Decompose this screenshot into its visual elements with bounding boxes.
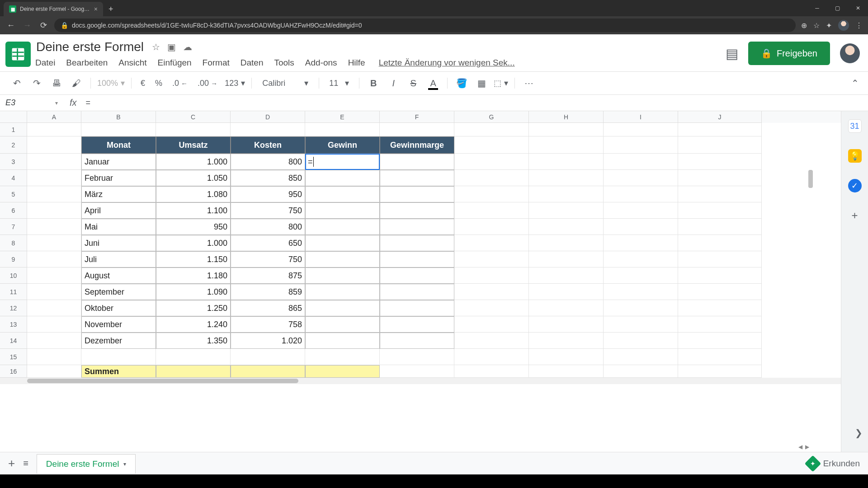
cell[interactable]: Oktober [81,300,156,316]
cell[interactable]: 1.000 [156,235,231,251]
share-button[interactable]: 🔒 Freigeben [748,42,830,65]
cell[interactable] [604,284,678,300]
row-header[interactable]: 11 [0,284,27,300]
cell[interactable] [454,251,529,267]
search-icon[interactable]: ⊕ [801,21,807,30]
cell[interactable] [27,235,81,251]
cell[interactable]: 1.000 [156,154,231,170]
cell[interactable] [529,284,604,300]
last-edit-link[interactable]: Letzte Änderung vor wenigen Sek... [379,58,515,68]
more-tools-button[interactable]: ⋯ [521,75,537,91]
cell[interactable]: Kosten [231,136,305,154]
cell[interactable] [529,267,604,284]
vertical-scrollbar[interactable] [808,170,813,188]
cell[interactable]: März [81,186,156,202]
back-button[interactable]: ← [5,21,16,30]
strikethrough-button[interactable]: S [406,75,421,91]
cell[interactable] [305,123,380,136]
col-header[interactable]: F [380,111,454,123]
font-size-dropdown[interactable]: 11▾ [326,76,353,90]
cell[interactable] [678,170,762,186]
cell[interactable]: 750 [231,251,305,267]
menu-format[interactable]: Format [203,58,230,68]
cell[interactable] [27,365,81,378]
cell[interactable] [678,349,762,365]
menu-data[interactable]: Daten [241,58,264,68]
cell[interactable] [604,316,678,333]
cell[interactable] [678,219,762,235]
cell[interactable] [454,154,529,170]
cell[interactable] [678,136,762,154]
row-header[interactable]: 16 [0,365,27,378]
tab-close-icon[interactable]: × [94,5,98,13]
cell[interactable] [380,202,454,219]
cell[interactable] [380,251,454,267]
fill-color-button[interactable]: 🪣 [454,75,469,91]
cell[interactable] [380,316,454,333]
menu-edit[interactable]: Bearbeiten [66,58,108,68]
star-icon[interactable]: ☆ [813,21,820,30]
cell[interactable] [454,170,529,186]
browser-tab[interactable]: ▦ Deine erste Formel - Google Tab × [4,2,103,16]
row-header[interactable]: 10 [0,267,27,284]
currency-button[interactable]: € [138,79,148,88]
cell[interactable] [27,267,81,284]
paint-format-button[interactable]: 🖌 [69,75,84,91]
borders-button[interactable]: ▦ [474,75,489,91]
cell[interactable]: Januar [81,154,156,170]
zoom-dropdown[interactable]: 100%▾ [97,78,125,88]
cell[interactable]: 865 [231,300,305,316]
cell[interactable] [27,202,81,219]
formula-input[interactable]: = [83,98,868,108]
menu-file[interactable]: Datei [35,58,55,68]
row-header[interactable]: 8 [0,235,27,251]
col-header[interactable]: H [529,111,604,123]
tasks-addon-icon[interactable]: ✓ [848,179,862,192]
cell[interactable] [529,365,604,378]
cell[interactable] [529,170,604,186]
cell[interactable] [27,170,81,186]
cell[interactable]: Umsatz [156,136,231,154]
cell[interactable] [27,123,81,136]
cell[interactable] [604,202,678,219]
col-header[interactable]: I [604,111,678,123]
cell[interactable] [454,316,529,333]
cell[interactable]: Mai [81,219,156,235]
cell[interactable] [305,202,380,219]
number-format-dropdown[interactable]: 123▾ [225,78,245,88]
show-side-panel-icon[interactable]: ❯ [855,427,863,438]
profile-avatar[interactable] [838,20,849,31]
cell[interactable] [305,284,380,300]
calendar-addon-icon[interactable]: 31 [848,119,862,133]
cell[interactable]: Juli [81,251,156,267]
cell[interactable] [454,300,529,316]
cell[interactable] [529,123,604,136]
collapse-toolbar-icon[interactable]: ⌃ [851,78,859,89]
row-header[interactable]: 1 [0,123,27,136]
cell[interactable]: 859 [231,284,305,300]
cell[interactable] [529,251,604,267]
explore-button[interactable]: ✦ Erkunden [807,458,860,469]
cell[interactable] [305,316,380,333]
spreadsheet-grid[interactable]: A B C D E F G H I J 12MonatUmsatzKostenG… [0,111,841,452]
cell[interactable] [380,235,454,251]
cell[interactable] [529,154,604,170]
cell[interactable] [604,267,678,284]
cell[interactable] [305,333,380,349]
cell[interactable] [81,349,156,365]
row-header[interactable]: 14 [0,333,27,349]
decrease-decimal-button[interactable]: .0← [170,79,190,88]
cell[interactable] [529,219,604,235]
reload-button[interactable]: ⟳ [38,20,49,30]
cell[interactable] [529,316,604,333]
scroll-left-icon[interactable]: ◀ [798,444,802,450]
cell[interactable] [454,136,529,154]
row-header[interactable]: 7 [0,219,27,235]
sheet-tab-menu-icon[interactable]: ▾ [123,461,126,467]
cell[interactable] [156,349,231,365]
row-header[interactable]: 4 [0,170,27,186]
cell[interactable]: 1.150 [156,251,231,267]
comments-icon[interactable]: ▤ [726,46,738,61]
window-close-button[interactable]: ✕ [848,0,868,16]
cell[interactable]: Gewinnmarge [380,136,454,154]
